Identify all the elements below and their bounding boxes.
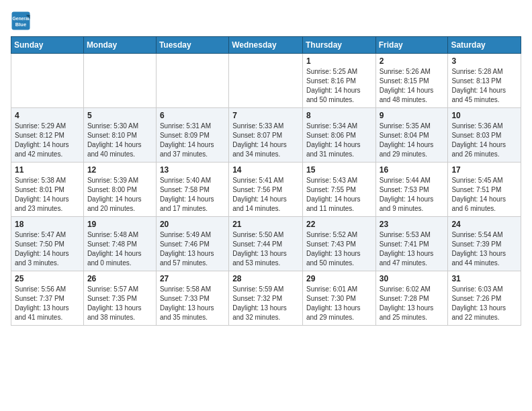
day-number: 23 [380, 220, 445, 229]
calendar-cell: 10Sunrise: 5:36 AM Sunset: 8:03 PM Dayli… [448, 108, 521, 163]
calendar-cell: 4Sunrise: 5:29 AM Sunset: 8:12 PM Daylig… [11, 108, 84, 163]
day-number: 10 [451, 111, 517, 120]
calendar-cell: 1Sunrise: 5:25 AM Sunset: 8:16 PM Daylig… [302, 54, 375, 108]
day-info: Sunrise: 5:35 AM Sunset: 8:04 PM Dayligh… [380, 122, 445, 159]
calendar-week-row: 1Sunrise: 5:25 AM Sunset: 8:16 PM Daylig… [11, 54, 521, 108]
day-info: Sunrise: 5:58 AM Sunset: 7:33 PM Dayligh… [160, 285, 225, 322]
day-info: Sunrise: 5:30 AM Sunset: 8:10 PM Dayligh… [87, 122, 152, 159]
day-number: 28 [232, 274, 299, 283]
day-number: 2 [380, 56, 445, 66]
calendar-cell: 16Sunrise: 5:44 AM Sunset: 7:53 PM Dayli… [375, 163, 448, 217]
day-info: Sunrise: 5:45 AM Sunset: 7:51 PM Dayligh… [451, 176, 517, 214]
day-info: Sunrise: 5:29 AM Sunset: 8:12 PM Dayligh… [15, 122, 80, 159]
day-info: Sunrise: 5:49 AM Sunset: 7:46 PM Dayligh… [160, 230, 225, 268]
day-number: 13 [160, 165, 225, 175]
day-info: Sunrise: 5:54 AM Sunset: 7:39 PM Dayligh… [451, 230, 517, 268]
day-number: 26 [87, 274, 152, 283]
calendar-cell: 19Sunrise: 5:48 AM Sunset: 7:48 PM Dayli… [83, 217, 156, 271]
day-number: 4 [15, 111, 80, 120]
calendar-cell: 11Sunrise: 5:38 AM Sunset: 8:01 PM Dayli… [11, 163, 84, 217]
weekday-header-cell: Saturday [448, 37, 521, 54]
calendar-cell: 9Sunrise: 5:35 AM Sunset: 8:04 PM Daylig… [375, 108, 448, 163]
day-number: 14 [232, 165, 299, 175]
logo: General Blue [11, 11, 31, 31]
day-info: Sunrise: 5:39 AM Sunset: 8:00 PM Dayligh… [87, 176, 152, 214]
day-number: 8 [306, 111, 372, 120]
svg-text:Blue: Blue [15, 21, 26, 28]
calendar-cell: 22Sunrise: 5:52 AM Sunset: 7:43 PM Dayli… [302, 217, 375, 271]
page-header: General Blue [11, 11, 521, 31]
day-info: Sunrise: 5:52 AM Sunset: 7:43 PM Dayligh… [306, 230, 372, 268]
day-info: Sunrise: 5:38 AM Sunset: 8:01 PM Dayligh… [15, 176, 80, 214]
calendar-week-row: 11Sunrise: 5:38 AM Sunset: 8:01 PM Dayli… [11, 163, 521, 217]
weekday-header-cell: Friday [375, 37, 448, 54]
day-number: 3 [451, 56, 517, 66]
calendar-cell: 23Sunrise: 5:53 AM Sunset: 7:41 PM Dayli… [375, 217, 448, 271]
day-info: Sunrise: 5:40 AM Sunset: 7:58 PM Dayligh… [160, 176, 225, 214]
calendar-cell: 30Sunrise: 6:02 AM Sunset: 7:28 PM Dayli… [375, 271, 448, 326]
day-number: 16 [380, 165, 445, 175]
day-number: 1 [306, 56, 372, 66]
day-number: 25 [15, 274, 80, 283]
day-number: 7 [232, 111, 299, 120]
day-info: Sunrise: 5:43 AM Sunset: 7:55 PM Dayligh… [306, 176, 372, 214]
day-number: 31 [451, 274, 517, 283]
day-number: 19 [87, 220, 152, 229]
calendar-cell [229, 54, 303, 108]
day-info: Sunrise: 5:36 AM Sunset: 8:03 PM Dayligh… [451, 122, 517, 159]
day-info: Sunrise: 5:56 AM Sunset: 7:37 PM Dayligh… [15, 285, 80, 322]
calendar-cell: 18Sunrise: 5:47 AM Sunset: 7:50 PM Dayli… [11, 217, 84, 271]
calendar-cell: 25Sunrise: 5:56 AM Sunset: 7:37 PM Dayli… [11, 271, 84, 326]
calendar-week-row: 4Sunrise: 5:29 AM Sunset: 8:12 PM Daylig… [11, 108, 521, 163]
calendar-week-row: 18Sunrise: 5:47 AM Sunset: 7:50 PM Dayli… [11, 217, 521, 271]
weekday-header-cell: Wednesday [229, 37, 303, 54]
day-info: Sunrise: 6:03 AM Sunset: 7:26 PM Dayligh… [451, 285, 517, 322]
calendar-cell: 24Sunrise: 5:54 AM Sunset: 7:39 PM Dayli… [448, 217, 521, 271]
weekday-header-cell: Thursday [302, 37, 375, 54]
day-number: 5 [87, 111, 152, 120]
calendar-cell: 27Sunrise: 5:58 AM Sunset: 7:33 PM Dayli… [156, 271, 228, 326]
day-number: 24 [451, 220, 517, 229]
calendar-cell: 31Sunrise: 6:03 AM Sunset: 7:26 PM Dayli… [448, 271, 521, 326]
calendar-cell: 17Sunrise: 5:45 AM Sunset: 7:51 PM Dayli… [448, 163, 521, 217]
calendar-cell: 26Sunrise: 5:57 AM Sunset: 7:35 PM Dayli… [83, 271, 156, 326]
day-info: Sunrise: 5:41 AM Sunset: 7:56 PM Dayligh… [232, 176, 299, 214]
day-number: 30 [380, 274, 445, 283]
day-info: Sunrise: 5:34 AM Sunset: 8:06 PM Dayligh… [306, 122, 372, 159]
day-number: 11 [15, 165, 80, 175]
calendar-cell: 3Sunrise: 5:28 AM Sunset: 8:13 PM Daylig… [448, 54, 521, 108]
svg-text:General: General [12, 16, 29, 21]
day-info: Sunrise: 5:31 AM Sunset: 8:09 PM Dayligh… [160, 122, 225, 159]
calendar-cell: 12Sunrise: 5:39 AM Sunset: 8:00 PM Dayli… [83, 163, 156, 217]
calendar-cell: 15Sunrise: 5:43 AM Sunset: 7:55 PM Dayli… [302, 163, 375, 217]
calendar-cell: 21Sunrise: 5:50 AM Sunset: 7:44 PM Dayli… [229, 217, 303, 271]
day-info: Sunrise: 5:26 AM Sunset: 8:15 PM Dayligh… [380, 67, 445, 105]
day-number: 9 [380, 111, 445, 120]
day-info: Sunrise: 5:57 AM Sunset: 7:35 PM Dayligh… [87, 285, 152, 322]
day-info: Sunrise: 5:48 AM Sunset: 7:48 PM Dayligh… [87, 230, 152, 268]
weekday-header-row: SundayMondayTuesdayWednesdayThursdayFrid… [11, 37, 521, 54]
calendar-cell: 13Sunrise: 5:40 AM Sunset: 7:58 PM Dayli… [156, 163, 228, 217]
day-info: Sunrise: 5:44 AM Sunset: 7:53 PM Dayligh… [380, 176, 445, 214]
calendar-cell: 6Sunrise: 5:31 AM Sunset: 8:09 PM Daylig… [156, 108, 228, 163]
day-number: 21 [232, 220, 299, 229]
logo-icon: General Blue [11, 11, 31, 31]
weekday-header-cell: Monday [83, 37, 156, 54]
weekday-header-cell: Tuesday [156, 37, 228, 54]
calendar-cell: 8Sunrise: 5:34 AM Sunset: 8:06 PM Daylig… [302, 108, 375, 163]
day-info: Sunrise: 5:25 AM Sunset: 8:16 PM Dayligh… [306, 67, 372, 105]
calendar-week-row: 25Sunrise: 5:56 AM Sunset: 7:37 PM Dayli… [11, 271, 521, 326]
calendar-cell: 29Sunrise: 6:01 AM Sunset: 7:30 PM Dayli… [302, 271, 375, 326]
calendar-body: 1Sunrise: 5:25 AM Sunset: 8:16 PM Daylig… [11, 54, 521, 326]
day-number: 27 [160, 274, 225, 283]
calendar-cell: 5Sunrise: 5:30 AM Sunset: 8:10 PM Daylig… [83, 108, 156, 163]
day-info: Sunrise: 6:02 AM Sunset: 7:28 PM Dayligh… [380, 285, 445, 322]
calendar-cell [11, 54, 84, 108]
calendar-table: SundayMondayTuesdayWednesdayThursdayFrid… [11, 36, 521, 326]
day-info: Sunrise: 5:33 AM Sunset: 8:07 PM Dayligh… [232, 122, 299, 159]
calendar-cell [83, 54, 156, 108]
calendar-cell: 2Sunrise: 5:26 AM Sunset: 8:15 PM Daylig… [375, 54, 448, 108]
day-number: 17 [451, 165, 517, 175]
day-info: Sunrise: 5:50 AM Sunset: 7:44 PM Dayligh… [232, 230, 299, 268]
calendar-cell: 14Sunrise: 5:41 AM Sunset: 7:56 PM Dayli… [229, 163, 303, 217]
